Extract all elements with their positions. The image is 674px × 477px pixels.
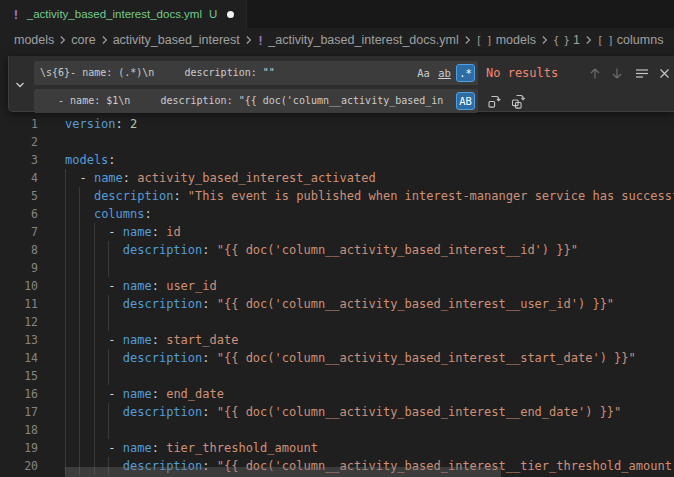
- line-number: 14: [0, 349, 38, 367]
- git-status-untracked-badge: U: [209, 8, 217, 20]
- yaml-file-icon: !: [12, 7, 20, 22]
- breadcrumb-separator-icon: [58, 35, 67, 45]
- code-line[interactable]: 2: [0, 133, 674, 151]
- indent-guide-icon: [65, 421, 66, 439]
- code-line[interactable]: 7 - name: id: [0, 223, 674, 241]
- code-line[interactable]: 12: [0, 313, 674, 331]
- code-line[interactable]: 3models:: [0, 151, 674, 169]
- previous-match-button[interactable]: [584, 61, 606, 85]
- line-number: 20: [0, 457, 38, 475]
- replace-button[interactable]: [484, 89, 506, 113]
- code-token: "{{ doc('column__activity_based_interest…: [210, 243, 578, 257]
- code-line[interactable]: 19 - name: tier_threshold_amount: [0, 439, 674, 457]
- breadcrumb-label: core: [71, 33, 95, 47]
- code-token: name: [123, 279, 152, 293]
- indent-guide-icon: [65, 313, 66, 331]
- code-token: name: [123, 333, 152, 347]
- match-case-toggle[interactable]: Aa: [414, 64, 433, 82]
- breadcrumb-item-columns[interactable]: [ ]columns: [597, 33, 664, 47]
- line-number: 2: [0, 133, 38, 151]
- regex-toggle[interactable]: .*: [456, 64, 475, 82]
- find-in-selection-button[interactable]: [631, 61, 653, 85]
- line-number: 10: [0, 277, 38, 295]
- code-token: version: [65, 117, 116, 131]
- code-token: 2: [123, 117, 137, 131]
- preserve-case-toggle[interactable]: AB: [456, 92, 475, 110]
- indent-guide-icon: [65, 367, 66, 385]
- breadcrumb-item-activity-based-interest[interactable]: activity_based_interest: [113, 33, 240, 47]
- tab-bar: ! _activity_based_interest_docs.yml U: [0, 0, 674, 28]
- code-line[interactable]: 6 columns:: [0, 205, 674, 223]
- breadcrumb-item-1[interactable]: { }1: [553, 33, 580, 47]
- indent-guide-icon: [108, 259, 109, 277]
- code-token: "{{ doc('column__activity_based_interest…: [210, 405, 622, 419]
- breadcrumb-item-models[interactable]: [ ]models: [476, 33, 536, 47]
- breadcrumb-label: activity_based_interest: [113, 33, 240, 47]
- code-token: -: [65, 171, 94, 185]
- code-line[interactable]: 11 description: "{{ doc('column__activit…: [0, 295, 674, 313]
- line-number: 8: [0, 241, 38, 259]
- code-line[interactable]: 18: [0, 421, 674, 439]
- line-number: 16: [0, 385, 38, 403]
- chevron-down-icon: [14, 79, 26, 91]
- line-number: 4: [0, 169, 38, 187]
- code-token: -: [65, 279, 123, 293]
- code-line[interactable]: 1version: 2: [0, 115, 674, 133]
- breadcrumb-separator-icon: [244, 35, 253, 45]
- line-number: 3: [0, 151, 38, 169]
- code-token: :: [123, 171, 130, 185]
- indent-guide-icon: [65, 259, 66, 277]
- code-line[interactable]: 10 - name: user_id: [0, 277, 674, 295]
- indent-guide-icon: [94, 313, 95, 331]
- breadcrumb-label: columns: [617, 33, 664, 47]
- code-token: name: [123, 441, 152, 455]
- code-line[interactable]: 13 - name: start_date: [0, 331, 674, 349]
- code-token: "{{ doc('column__activity_based_interest…: [210, 351, 636, 365]
- indent-guide-icon: [108, 421, 109, 439]
- code-line-text: description: "{{ doc('column__activity_b…: [65, 349, 636, 367]
- code-line[interactable]: 16 - name: end_date: [0, 385, 674, 403]
- code-line[interactable]: 4 - name: activity_based_interest_activa…: [0, 169, 674, 187]
- code-token: -: [65, 441, 123, 455]
- code-line[interactable]: 14 description: "{{ doc('column__activit…: [0, 349, 674, 367]
- horizontal-scrollbar[interactable]: [65, 467, 501, 477]
- indent-guide-icon: [94, 421, 95, 439]
- breadcrumb-item-core[interactable]: core: [71, 33, 95, 47]
- indent-guide-icon: [79, 259, 80, 277]
- tab-activity-based-interest-docs[interactable]: ! _activity_based_interest_docs.yml U: [0, 0, 247, 28]
- breadcrumb-label: models: [496, 33, 536, 47]
- code-token: :: [116, 117, 123, 131]
- code-token: :: [202, 351, 209, 365]
- code-token: -: [65, 225, 123, 239]
- toggle-replace-button[interactable]: [12, 77, 28, 93]
- close-find-button[interactable]: [653, 61, 674, 85]
- modified-dot-icon[interactable]: [227, 11, 234, 18]
- line-number: 1: [0, 115, 38, 133]
- breadcrumb-item--activity-based-interest-docs-yml[interactable]: !_activity_based_interest_docs.yml: [257, 33, 459, 48]
- code-line[interactable]: 15: [0, 367, 674, 385]
- code-token: id: [159, 225, 181, 239]
- whole-word-toggle[interactable]: ab: [435, 64, 454, 82]
- find-input[interactable]: \s{6}- name: (.*)\n description: "" Aaab…: [34, 61, 478, 85]
- yaml-file-icon: !: [257, 33, 265, 48]
- code-line[interactable]: 5 description: "This event is published …: [0, 187, 674, 205]
- code-line-text: - name: end_date: [65, 385, 224, 403]
- code-token: [65, 351, 123, 365]
- code-token: -: [65, 387, 123, 401]
- replace-all-button[interactable]: [508, 89, 530, 113]
- breadcrumb-separator-icon: [463, 35, 472, 45]
- code-line[interactable]: 8 description: "{{ doc('column__activity…: [0, 241, 674, 259]
- code-line-text: - name: start_date: [65, 331, 238, 349]
- breadcrumb-label: _activity_based_interest_docs.yml: [268, 33, 458, 47]
- find-input-value: \s{6}- name: (.*)\n description: "": [40, 61, 408, 85]
- next-match-button[interactable]: [606, 61, 628, 85]
- line-number: 13: [0, 331, 38, 349]
- code-line-text: columns:: [65, 205, 152, 223]
- editor[interactable]: 1version: 223models:4 - name: activity_b…: [0, 52, 674, 477]
- replace-input[interactable]: - name: $1\n description: "{{ doc('colum…: [34, 89, 478, 113]
- code-line[interactable]: 17 description: "{{ doc('column__activit…: [0, 403, 674, 421]
- line-number: 6: [0, 205, 38, 223]
- breadcrumb-item-models[interactable]: models: [14, 33, 54, 47]
- code-token: :: [144, 207, 151, 221]
- code-line[interactable]: 9: [0, 259, 674, 277]
